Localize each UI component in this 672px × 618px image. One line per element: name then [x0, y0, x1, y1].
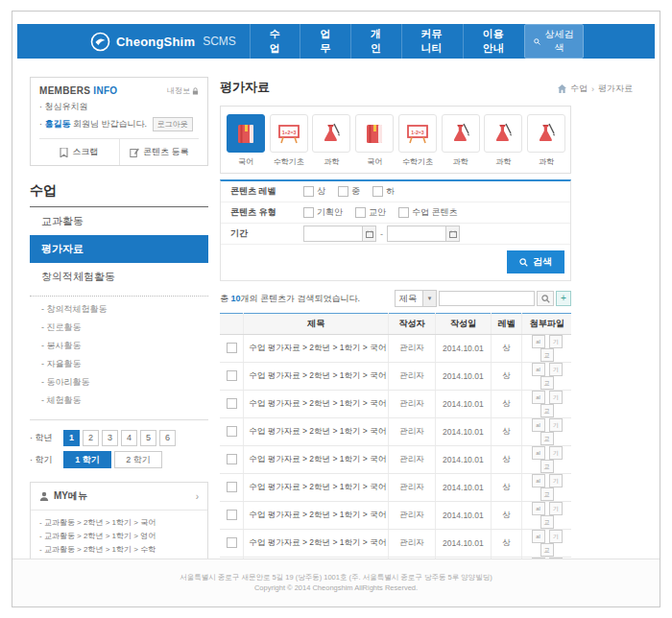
content-register-link[interactable]: 콘텐츠 등록 — [119, 139, 200, 165]
attachment-file-icon[interactable]: 기 — [549, 530, 563, 543]
subject-card[interactable]: 1-2=3 수학기초 — [396, 114, 439, 167]
breadcrumb-home[interactable]: 수업 — [570, 83, 588, 95]
attachment-file-icon[interactable]: al — [532, 474, 545, 487]
attachment-file-icon[interactable]: 교 — [540, 404, 554, 417]
row-checkbox[interactable] — [227, 398, 237, 409]
type-checkbox[interactable]: 기획안 — [303, 206, 343, 219]
level-checkbox[interactable]: 상 — [303, 185, 325, 198]
my-menu-item[interactable]: - 교과활동 > 2학년 > 1학기 > 국어 — [39, 516, 199, 530]
grade-button[interactable]: 2 — [83, 430, 99, 446]
attachment-file-icon[interactable]: 교 — [540, 460, 554, 473]
search-field-select[interactable]: 제목 ▾ — [395, 290, 437, 307]
grade-button[interactable]: 1 — [63, 430, 80, 446]
sidebar-menu-item[interactable]: 평가자료 — [30, 235, 208, 263]
attachment-file-icon[interactable]: 교 — [540, 348, 554, 362]
add-button[interactable]: + — [556, 291, 571, 306]
level-checkbox[interactable]: 중 — [338, 185, 360, 198]
subject-card[interactable]: 국어 — [225, 114, 267, 167]
row-title-link[interactable]: 수업 평가자료 > 2학년 > 1학기 > 국어 — [244, 530, 389, 558]
nav-item[interactable]: 개인 — [350, 24, 401, 59]
attachment-file-icon[interactable]: 기 — [549, 474, 563, 487]
grade-button[interactable]: 3 — [102, 430, 118, 446]
period-start-input[interactable] — [303, 226, 376, 242]
nav-item[interactable]: 업무 — [300, 24, 350, 59]
row-checkbox[interactable] — [227, 510, 237, 520]
search-button[interactable]: 검색 — [507, 250, 564, 273]
row-title-link[interactable]: 수업 평가자료 > 2학년 > 1학기 > 국어 — [244, 502, 389, 530]
sidebar-submenu-item[interactable]: - 진로활동 — [30, 319, 208, 337]
advanced-search-button[interactable]: 상세검색 — [524, 24, 584, 59]
row-checkbox[interactable] — [227, 426, 237, 437]
my-menu-item[interactable]: - 교과활동 > 2학년 > 1학기 > 영어 — [39, 530, 199, 543]
grade-button[interactable]: 6 — [159, 430, 176, 446]
attachment-file-icon[interactable]: al — [532, 335, 545, 348]
my-info-link[interactable]: 내정보 — [167, 85, 199, 96]
attachment-file-icon[interactable]: al — [532, 391, 545, 404]
nav-item[interactable]: 수업 — [250, 24, 300, 59]
attachment-file-icon[interactable]: 기 — [549, 335, 563, 348]
my-menu-item[interactable]: - 교과활동 > 2학년 > 1학기 > 수학 — [39, 543, 199, 557]
nav-item[interactable]: 이용안내 — [463, 24, 524, 59]
semester-button[interactable]: 2 학기 — [114, 451, 162, 468]
keyword-input[interactable] — [439, 291, 535, 306]
row-title-link[interactable]: 수업 평가자료 > 2학년 > 1학기 > 국어 — [244, 474, 389, 502]
calendar-icon[interactable] — [445, 226, 459, 241]
semester-button[interactable]: 1 학기 — [63, 451, 111, 468]
checkbox-icon[interactable] — [398, 207, 409, 218]
table-search-button[interactable] — [537, 291, 554, 306]
calendar-icon[interactable] — [362, 226, 375, 241]
type-checkbox[interactable]: 수업 콘텐츠 — [398, 206, 458, 219]
nav-item[interactable]: 커뮤니티 — [401, 24, 463, 59]
row-title-link[interactable]: 수업 평가자료 > 2학년 > 1학기 > 국어 — [244, 363, 389, 391]
subject-card[interactable]: 1+2=3 수학기초 — [268, 114, 310, 167]
row-checkbox[interactable] — [227, 482, 237, 492]
checkbox-icon[interactable] — [303, 207, 314, 218]
attachment-file-icon[interactable]: 기 — [549, 446, 563, 460]
row-checkbox[interactable] — [227, 370, 237, 381]
sidebar-submenu-item[interactable]: - 봉사활동 — [30, 337, 208, 355]
attachment-file-icon[interactable]: al — [532, 363, 545, 376]
attachment-file-icon[interactable]: 기 — [549, 363, 563, 376]
subject-card[interactable]: 국어 — [353, 114, 396, 167]
attachment-file-icon[interactable]: al — [532, 502, 545, 515]
logout-button[interactable]: 로그아웃 — [153, 117, 193, 131]
row-title-link[interactable]: 수업 평가자료 > 2학년 > 1학기 > 국어 — [244, 418, 389, 446]
sidebar-submenu-item[interactable]: - 자율활동 — [30, 355, 208, 373]
attachment-file-icon[interactable]: 기 — [549, 391, 563, 404]
attachment-file-icon[interactable]: 교 — [540, 376, 554, 390]
subject-card[interactable]: 과학 — [440, 114, 482, 167]
attachment-file-icon[interactable]: 기 — [549, 418, 563, 432]
row-title-link[interactable]: 수업 평가자료 > 2학년 > 1학기 > 국어 — [244, 446, 389, 474]
subject-card[interactable]: 과학 — [311, 114, 353, 167]
sidebar-menu-item[interactable]: 교과활동 — [30, 207, 208, 235]
row-title-link[interactable]: 수업 평가자료 > 2학년 > 1학기 > 국어 — [244, 391, 389, 418]
checkbox-icon[interactable] — [372, 186, 383, 197]
period-end-input[interactable] — [387, 226, 460, 242]
row-checkbox[interactable] — [227, 343, 237, 353]
attachment-file-icon[interactable]: al — [532, 418, 545, 432]
my-menu-header[interactable]: MY메뉴 › — [31, 483, 207, 511]
checkbox-icon[interactable] — [338, 186, 348, 197]
attachment-file-icon[interactable]: al — [532, 530, 545, 543]
subject-card[interactable]: 과학 — [483, 114, 525, 167]
scrap-link[interactable]: 스크랩 — [39, 139, 119, 165]
sidebar-submenu-item[interactable]: - 창의적체험활동 — [30, 300, 208, 319]
sidebar-submenu-item[interactable]: - 체험활동 — [30, 392, 208, 410]
sidebar-menu-item[interactable]: 창의적체험활동 — [30, 263, 208, 291]
grade-button[interactable]: 4 — [121, 430, 137, 446]
row-checkbox[interactable] — [227, 454, 237, 464]
attachment-file-icon[interactable]: al — [532, 446, 545, 460]
attachment-file-icon[interactable]: 기 — [549, 502, 563, 515]
attachment-file-icon[interactable]: 교 — [540, 515, 554, 529]
type-checkbox[interactable]: 교안 — [355, 206, 386, 219]
row-title-link[interactable]: 수업 평가자료 > 2학년 > 1학기 > 국어 — [244, 335, 389, 363]
subject-card[interactable]: 과학 — [525, 114, 567, 167]
sidebar-submenu-item[interactable]: - 동아리활동 — [30, 373, 208, 392]
checkbox-icon[interactable] — [355, 207, 366, 218]
attachment-file-icon[interactable]: 교 — [540, 487, 554, 501]
attachment-file-icon[interactable]: 교 — [540, 543, 554, 557]
row-checkbox[interactable] — [227, 537, 237, 548]
grade-button[interactable]: 5 — [140, 430, 156, 446]
checkbox-icon[interactable] — [303, 186, 314, 197]
attachment-file-icon[interactable]: 교 — [540, 432, 554, 445]
